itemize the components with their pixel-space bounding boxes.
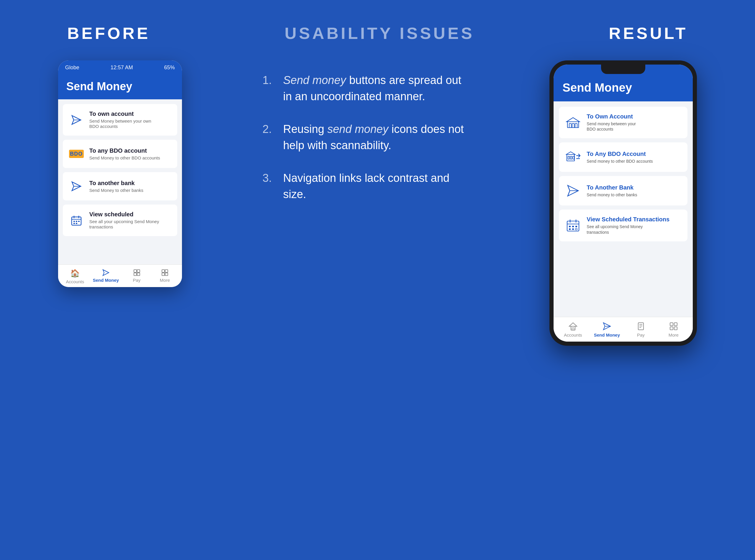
before-menu-own-account[interactable]: To own account Send Money between your o…	[63, 104, 177, 136]
svg-rect-41	[569, 226, 571, 227]
svg-rect-25	[572, 123, 574, 127]
calendar-grid-icon	[565, 217, 581, 234]
carrier: Globe	[65, 64, 79, 71]
before-phone-body: To own account Send Money between your o…	[58, 99, 182, 264]
result-menu-view-scheduled[interactable]: View Scheduled Transactions See all upco…	[559, 209, 688, 241]
before-phone-header: Send Money	[58, 75, 182, 99]
result-grid-icon	[669, 322, 678, 331]
svg-rect-24	[569, 123, 571, 127]
result-plane-icon	[602, 322, 612, 331]
svg-marker-47	[569, 323, 577, 326]
result-notch	[601, 64, 645, 74]
svg-rect-26	[575, 123, 577, 127]
issues-label: USABILITY ISSUES	[285, 24, 475, 43]
result-menu-to-another-bank[interactable]: To Another Bank Send money to other bank…	[559, 176, 688, 205]
svg-rect-45	[572, 228, 574, 230]
svg-rect-44	[569, 228, 571, 230]
svg-rect-19	[165, 270, 168, 272]
svg-rect-30	[568, 156, 569, 159]
svg-rect-31	[570, 156, 572, 159]
svg-rect-11	[74, 223, 75, 224]
battery: 65%	[164, 64, 175, 71]
svg-rect-58	[670, 327, 673, 330]
svg-marker-13	[103, 270, 109, 276]
svg-rect-43	[575, 226, 577, 227]
result-receipt-icon	[636, 322, 645, 331]
svg-rect-20	[162, 273, 164, 276]
svg-rect-8	[74, 221, 75, 222]
svg-rect-10	[78, 221, 80, 222]
before-label: BEFORE	[67, 24, 150, 43]
svg-marker-29	[566, 152, 575, 155]
result-bottom-nav: Accounts Send Money	[554, 317, 693, 342]
paper-plane-result-icon	[565, 182, 581, 199]
svg-rect-14	[134, 270, 137, 272]
svg-rect-21	[165, 273, 168, 276]
result-nav-pay[interactable]: Pay	[629, 322, 653, 338]
before-nav-pay[interactable]: Pay	[127, 269, 147, 284]
before-menu-view-scheduled[interactable]: View scheduled See all your upcoming Sen…	[63, 204, 177, 236]
result-menu-to-own-account[interactable]: To Own Account Send money between yourBD…	[559, 107, 688, 138]
result-body: To Own Account Send money between yourBD…	[554, 101, 693, 314]
svg-rect-46	[575, 228, 577, 230]
issue-2: 2. Reusing send money icons does not hel…	[263, 121, 469, 154]
result-home-icon	[568, 322, 578, 331]
result-phone-wrapper: Send Money	[549, 60, 697, 346]
svg-rect-9	[76, 221, 77, 222]
more-icon	[161, 269, 169, 277]
status-bar: Globe 12:57 AM 65%	[58, 60, 182, 75]
issue-3: 3. Navigation links lack contrast and si…	[263, 170, 469, 202]
svg-rect-52	[638, 323, 643, 330]
pay-icon	[133, 269, 141, 277]
issue-1: 1. Send money buttons are spread out in …	[263, 72, 469, 105]
result-label: RESULT	[609, 24, 688, 43]
before-bottom-nav: 🏠 Accounts Send Money	[58, 264, 182, 287]
before-nav-send-money[interactable]: Send Money	[93, 269, 119, 284]
svg-rect-32	[573, 156, 574, 159]
calendar-icon	[69, 213, 84, 228]
time: 12:57 AM	[111, 64, 133, 71]
result-nav-more[interactable]: More	[662, 322, 685, 338]
svg-rect-56	[670, 323, 673, 326]
usability-issues-col: 1. Send money buttons are spread out in …	[263, 60, 469, 219]
result-menu-to-any-bdo[interactable]: To Any BDO Account Send money to other B…	[559, 142, 688, 172]
bank-arrow-icon	[565, 149, 581, 165]
svg-rect-48	[571, 326, 575, 330]
before-nav-more[interactable]: More	[155, 269, 175, 284]
home-icon: 🏠	[70, 269, 80, 278]
svg-rect-12	[76, 223, 77, 224]
svg-rect-49	[572, 328, 574, 330]
paper-plane-2-icon	[69, 179, 84, 194]
before-menu-another-bank[interactable]: To another bank Send Money to other bank…	[63, 172, 177, 200]
paper-plane-icon	[69, 112, 84, 127]
before-nav-accounts[interactable]: 🏠 Accounts	[64, 269, 85, 284]
svg-marker-23	[566, 118, 580, 122]
send-money-nav-icon	[102, 269, 110, 277]
svg-rect-57	[674, 323, 677, 326]
svg-rect-59	[674, 327, 677, 330]
result-screen: Send Money	[554, 64, 693, 342]
svg-rect-16	[134, 273, 137, 276]
svg-rect-42	[572, 226, 574, 227]
svg-rect-15	[137, 270, 140, 272]
before-phone: Globe 12:57 AM 65% Send Money To own acc…	[58, 60, 182, 287]
svg-rect-17	[137, 273, 140, 276]
result-phone-frame: Send Money	[549, 60, 697, 346]
result-nav-send-money[interactable]: Send Money	[594, 322, 620, 338]
bank-building-icon	[565, 114, 581, 131]
bdo-logo-icon: BDO	[69, 146, 84, 161]
before-menu-any-bdo[interactable]: BDO To any BDO account Send Money to oth…	[63, 140, 177, 168]
svg-rect-18	[162, 270, 164, 272]
result-nav-accounts[interactable]: Accounts	[561, 322, 585, 338]
